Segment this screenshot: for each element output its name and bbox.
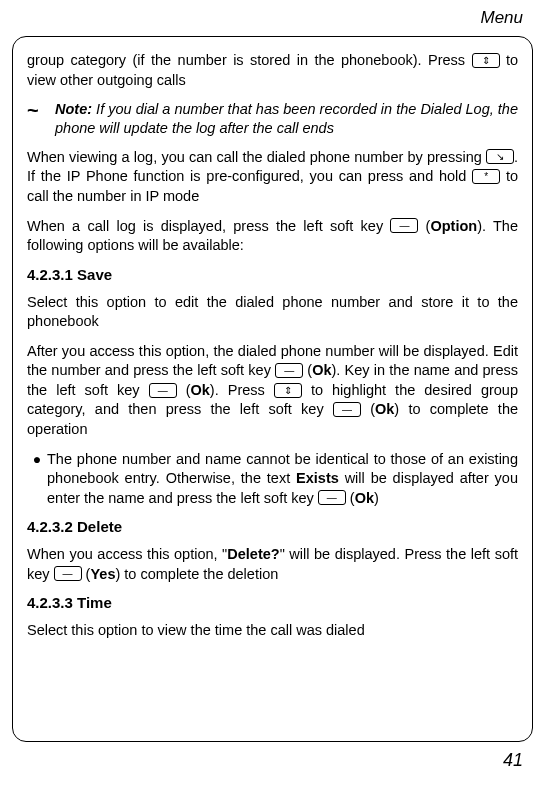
p5-b: ( [303, 362, 312, 378]
nav-key-icon: ⇕ [274, 383, 302, 398]
nav-key-icon: ⇕ [472, 53, 500, 68]
exists-label: Exists [296, 470, 339, 486]
call-key-icon: ↘ [486, 149, 514, 164]
paragraph-7: Select this option to view the time the … [27, 621, 518, 641]
softkey-icon: — [333, 402, 361, 417]
softkey-icon: — [275, 363, 303, 378]
p5-e: ( [177, 382, 191, 398]
heading-delete: 4.2.3.2 Delete [27, 518, 518, 535]
heading-time: 4.2.3.3 Time [27, 594, 518, 611]
delete-label: Delete? [227, 546, 279, 562]
bullet-1: ● The phone number and name cannot be id… [27, 450, 518, 509]
note-icon: ~ [27, 100, 55, 120]
note-label: Note: [55, 101, 92, 117]
softkey-icon: — [318, 490, 346, 505]
b1-f: ) [374, 490, 379, 506]
b1-d: ( [346, 490, 355, 506]
ok-label: Ok [355, 490, 374, 506]
p3-a: When a call log is displayed, press the … [27, 218, 390, 234]
p1-text-a: group category (if the number is stored … [27, 52, 472, 68]
ok-label: Ok [375, 401, 394, 417]
p5-g: ). Press [210, 382, 274, 398]
softkey-icon: — [149, 383, 177, 398]
softkey-icon: — [390, 218, 418, 233]
note-text: Note: If you dial a number that has been… [55, 100, 518, 138]
p6-f: ) to complete the deletion [115, 566, 278, 582]
softkey-icon: — [54, 566, 82, 581]
note-body: If you dial a number that has been recor… [55, 101, 518, 136]
paragraph-5: After you access this option, the dialed… [27, 342, 518, 440]
yes-label: Yes [90, 566, 115, 582]
note-block: ~ Note: If you dial a number that has be… [27, 100, 518, 138]
paragraph-1: group category (if the number is stored … [27, 51, 518, 90]
paragraph-3: When a call log is displayed, press the … [27, 217, 518, 256]
bullet-1-text: The phone number and name cannot be iden… [47, 450, 518, 509]
bullet-icon: ● [27, 450, 47, 470]
option-label: Option [430, 218, 477, 234]
page-frame: group category (if the number is stored … [12, 36, 533, 742]
ok-label: Ok [191, 382, 210, 398]
heading-save: 4.2.3.1 Save [27, 266, 518, 283]
p6-a: When you access this option, " [27, 546, 227, 562]
p3-b: ( [418, 218, 430, 234]
paragraph-2: When viewing a log, you can call the dia… [27, 148, 518, 207]
header-menu: Menu [0, 0, 545, 32]
star-key-icon: * [472, 169, 500, 184]
paragraph-4: Select this option to edit the dialed ph… [27, 293, 518, 332]
p5-i: ( [361, 401, 375, 417]
p2-text-a: When viewing a log, you can call the dia… [27, 149, 486, 165]
ok-label: Ok [312, 362, 331, 378]
paragraph-6: When you access this option, "Delete?" w… [27, 545, 518, 584]
page-number: 41 [0, 750, 545, 771]
